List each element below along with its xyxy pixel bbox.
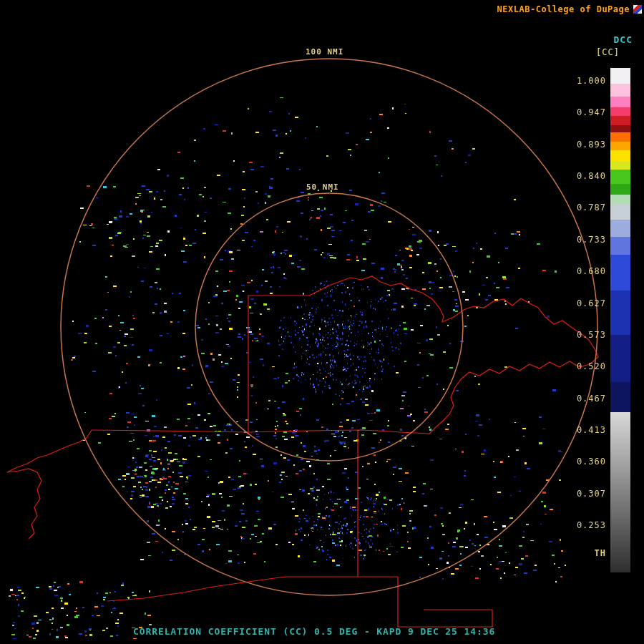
radar-screen: NEXLAB-College of DuPage DCC [CC] 1.0000… [0, 0, 644, 644]
ring-label-50nmi: 50 NMI [306, 182, 339, 192]
legend-product-code: DCC [614, 34, 633, 45]
ring-label-100nmi: 100 NMI [306, 47, 343, 57]
legend-tick: 0.787 [577, 203, 606, 213]
legend-tick: 0.840 [577, 171, 606, 181]
legend-color-band [610, 150, 630, 161]
radar-display-canvas [0, 0, 644, 644]
legend-tick: 1.000 [577, 76, 606, 86]
status-bar: CORRELATION COEFFICIENT (CC) 0.5 DEG - K… [133, 626, 495, 637]
legend-color-band [610, 204, 630, 220]
legend-color-band [610, 142, 630, 150]
legend-tick: 0.413 [577, 425, 606, 435]
legend-tick: 0.360 [577, 457, 606, 467]
legend-tick: 0.307 [577, 489, 606, 499]
legend-colorbar [610, 68, 630, 572]
legend-color-band [610, 237, 630, 255]
legend-color-band [610, 170, 630, 184]
brand: NEXLAB-College of DuPage [497, 4, 642, 14]
legend-tick: 0.520 [577, 361, 606, 371]
brand-text: NEXLAB-College of DuPage [497, 4, 630, 14]
legend-tick: 0.680 [577, 266, 606, 276]
legend-color-band [610, 97, 630, 107]
legend-color-band [610, 335, 630, 382]
legend-threshold-label: TH [595, 548, 606, 558]
legend-units: [CC] [596, 47, 620, 57]
legend-color-band [610, 195, 630, 204]
legend-color-band [610, 132, 630, 142]
legend-tick: 0.947 [577, 107, 606, 117]
legend-color-band [610, 412, 630, 572]
legend-tick: 0.467 [577, 394, 606, 404]
legend-color-band [610, 161, 630, 170]
legend-color-band [610, 125, 630, 132]
legend-color-band [610, 84, 630, 97]
legend-color-band [610, 107, 630, 116]
legend-color-band [610, 220, 630, 237]
legend-color-band [610, 291, 630, 335]
legend-color-band [610, 68, 630, 84]
legend-tick: 0.573 [577, 330, 606, 340]
legend-tick: 0.733 [577, 235, 606, 245]
legend-color-band [610, 184, 630, 195]
nexlab-logo-icon [633, 5, 642, 14]
legend-color-band [610, 382, 630, 412]
legend-color-band [610, 255, 630, 291]
legend-color-band [610, 116, 630, 125]
legend-tick: 0.627 [577, 298, 606, 308]
legend-tick: 0.253 [577, 520, 606, 530]
legend-tick: 0.893 [577, 140, 606, 150]
